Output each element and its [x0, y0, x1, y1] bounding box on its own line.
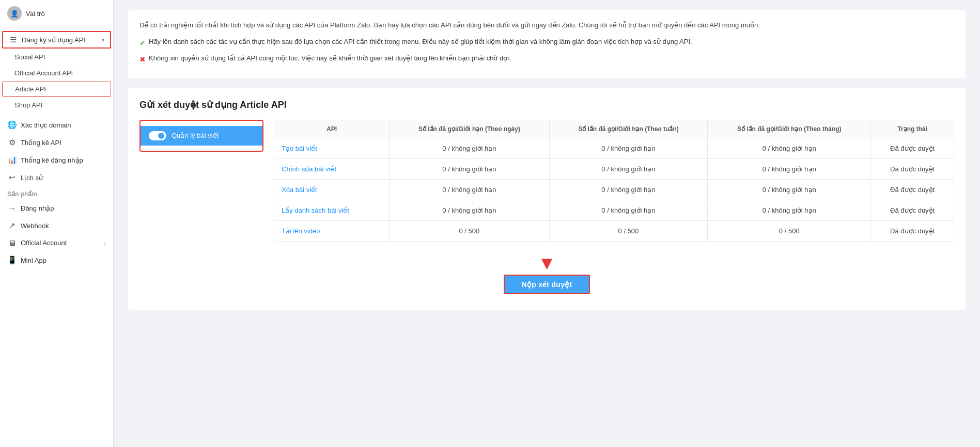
api-layout: Quản lý bài viết API Số lần đã gọi/Giới … [139, 120, 954, 242]
official-account-api-label: Official Account API [14, 69, 73, 77]
login-icon: → [7, 204, 17, 213]
sidebar-item-history[interactable]: ↩ Lịch sử [0, 169, 113, 186]
col-weekly: Số lần đã gọi/Giới hạn (Theo tuần) [549, 120, 707, 138]
official-account-label: Official Account [21, 239, 67, 247]
status-cell: Đã được duyệt [871, 158, 954, 179]
sidebar-item-webhook[interactable]: ↗ Webhook [0, 217, 113, 234]
sidebar-item-official-account[interactable]: 🖥 Official Account › [0, 234, 113, 251]
weekly-cell: 0 / không giới hạn [549, 179, 707, 200]
cross-text-1: Không xin quyền sử dụng tất cả API cùng … [149, 53, 511, 64]
table-row: Tải lên video 0 / 500 0 / 500 0 / 500 Đã… [274, 220, 954, 241]
avatar: 👤 [7, 6, 22, 21]
weekly-cell: 0 / không giới hạn [549, 158, 707, 179]
webhook-label: Webhook [21, 222, 49, 230]
api-name-cell[interactable]: Chỉnh sửa bài viết [274, 158, 390, 179]
monthly-cell: 0 / không giới hạn [708, 200, 871, 220]
sidebar-item-shop-api[interactable]: Shop API [0, 97, 113, 113]
api-section: Gửi xét duyệt sử dụng Article API Quản l… [128, 88, 966, 310]
table-row: Tạo bài viết 0 / không giới hạn 0 / khôn… [274, 138, 954, 158]
api-name-cell[interactable]: Lấy danh sách bài viết [274, 200, 390, 220]
monthly-cell: 0 / 500 [708, 220, 871, 241]
main-content: Để có trải nghiệm tốt nhất khi tích hợp … [114, 0, 980, 447]
checkmark-icon: ✔ [139, 37, 146, 50]
social-api-label: Social API [14, 53, 45, 61]
status-cell: Đã được duyệt [871, 220, 954, 241]
toggle-panel: Quản lý bài viết [139, 120, 263, 152]
check-text-1: Hãy lên danh sách các tác vụ cần thực hi… [149, 36, 692, 47]
role-label: Vai trò [26, 10, 45, 18]
sidebar-item-mini-app[interactable]: 📱 Mini App [0, 251, 113, 269]
weekly-cell: 0 / không giới hạn [549, 138, 707, 158]
register-api-section: ☰ Đăng ký sử dụng API ▾ Social API Offic… [0, 27, 113, 116]
sidebar-item-login-stats[interactable]: 📊 Thống kê đăng nhập [0, 151, 113, 169]
api-table: API Số lần đã gọi/Giới hạn (Theo ngày) S… [274, 120, 954, 242]
monthly-cell: 0 / không giới hạn [708, 179, 871, 200]
col-api: API [274, 120, 390, 138]
sidebar-item-register-api[interactable]: ☰ Đăng ký sử dụng API ▾ [2, 31, 111, 49]
sidebar-item-social-api[interactable]: Social API [0, 49, 113, 65]
table-header: API Số lần đã gọi/Giới hạn (Theo ngày) S… [274, 120, 954, 138]
weekly-cell: 0 / 500 [549, 220, 707, 241]
products-section-label: Sản phẩm [0, 186, 113, 200]
daily-cell: 0 / không giới hạn [390, 200, 550, 220]
monthly-cell: 0 / không giới hạn [708, 138, 871, 158]
article-api-label: Article API [15, 85, 46, 93]
chevron-down-icon: ▾ [102, 37, 105, 43]
col-status: Trạng thái [871, 120, 954, 138]
toggle-manage-articles[interactable]: Quản lý bài viết [141, 126, 262, 146]
sidebar-item-article-api[interactable]: Article API [2, 82, 111, 97]
status-cell: Đã được duyệt [871, 138, 954, 158]
shop-api-label: Shop API [14, 101, 42, 109]
intro-text: Để có trải nghiệm tốt nhất khi tích hợp … [139, 20, 954, 31]
api-name-cell[interactable]: Tạo bài viết [274, 138, 390, 158]
weekly-cell: 0 / không giới hạn [549, 200, 707, 220]
sidebar-item-official-account-api[interactable]: Official Account API [0, 65, 113, 81]
status-cell: Đã được duyệt [871, 179, 954, 200]
table-body: Tạo bài viết 0 / không giới hạn 0 / khôn… [274, 138, 954, 241]
history-label: Lịch sử [21, 174, 43, 182]
col-daily: Số lần đã gọi/Giới hạn (Theo ngày) [390, 120, 550, 138]
submit-area: ▼ Nộp xét duyệt [139, 254, 954, 294]
monthly-cell: 0 / không giới hạn [708, 158, 871, 179]
api-stats-label: Thống kê API [21, 139, 61, 147]
cross-icon: ✖ [139, 54, 146, 66]
api-section-title: Gửi xét duyệt sử dụng Article API [139, 99, 954, 110]
daily-cell: 0 / không giới hạn [390, 158, 550, 179]
status-cell: Đã được duyệt [871, 200, 954, 220]
daily-cell: 0 / không giới hạn [390, 179, 550, 200]
official-account-icon: 🖥 [7, 238, 17, 247]
daily-cell: 0 / không giới hạn [390, 138, 550, 158]
table-row: Lấy danh sách bài viết 0 / không giới hạ… [274, 200, 954, 220]
arrow-down-icon: ▼ [538, 254, 556, 273]
api-name-cell[interactable]: Tải lên video [274, 220, 390, 241]
login-product-label: Đăng nhập [21, 204, 54, 212]
sidebar-header: 👤 Vai trò [0, 0, 113, 27]
chevron-right-icon: › [104, 240, 106, 246]
mini-app-label: Mini App [21, 257, 46, 264]
register-icon: ☰ [8, 35, 18, 44]
sidebar-item-login[interactable]: → Đăng nhập [0, 200, 113, 217]
api-stats-icon: ⚙ [7, 138, 17, 147]
mini-app-icon: 📱 [7, 256, 17, 265]
daily-cell: 0 / 500 [390, 220, 550, 241]
login-stats-label: Thống kê đăng nhập [21, 156, 83, 164]
cross-item-1: ✖ Không xin quyền sử dụng tất cả API cùn… [139, 53, 954, 66]
history-icon: ↩ [7, 173, 17, 182]
login-stats-icon: 📊 [7, 155, 17, 165]
info-box: Để có trải nghiệm tốt nhất khi tích hợp … [128, 10, 966, 78]
api-name-cell[interactable]: Xóa bài viết [274, 179, 390, 200]
sidebar-item-domain-verify[interactable]: 🌐 Xác thực domain [0, 116, 113, 134]
webhook-icon: ↗ [7, 221, 17, 230]
table-row: Chỉnh sửa bài viết 0 / không giới hạn 0 … [274, 158, 954, 179]
domain-verify-label: Xác thực domain [21, 121, 71, 129]
check-item-1: ✔ Hãy lên danh sách các tác vụ cần thực … [139, 36, 954, 50]
sidebar-item-api-stats[interactable]: ⚙ Thống kê API [0, 134, 113, 151]
toggle-label: Quản lý bài viết [172, 132, 219, 139]
register-api-label: Đăng ký sử dụng API [22, 36, 85, 44]
col-monthly: Số lần đã gọi/Giới hạn (Theo tháng) [708, 120, 871, 138]
toggle-switch[interactable] [149, 131, 166, 140]
table-row: Xóa bài viết 0 / không giới hạn 0 / khôn… [274, 179, 954, 200]
submit-button[interactable]: Nộp xét duyệt [504, 275, 589, 294]
sidebar: 👤 Vai trò ☰ Đăng ký sử dụng API ▾ Social… [0, 0, 114, 447]
domain-icon: 🌐 [7, 120, 17, 130]
